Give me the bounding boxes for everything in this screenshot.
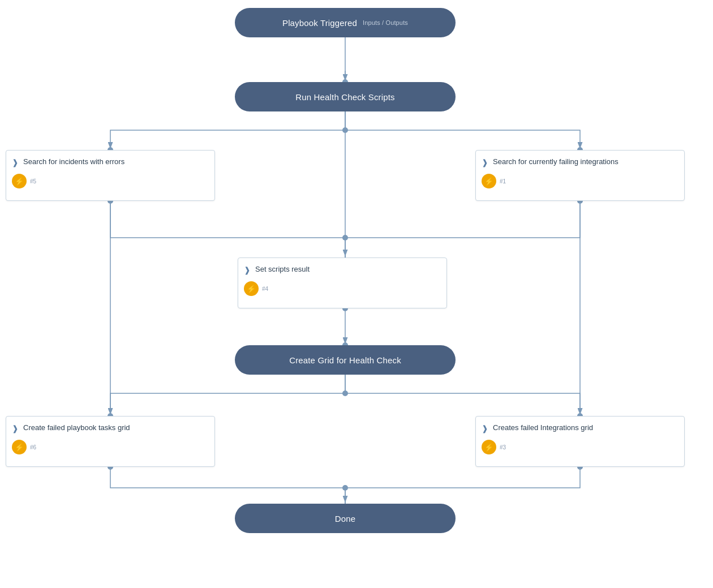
chevron-icon-2: ❱ xyxy=(482,158,488,167)
creates-failed-integrations-footer: ⚡ #3 xyxy=(482,440,676,454)
creates-failed-integrations-title: Creates failed Integrations grid xyxy=(493,423,593,433)
creates-failed-integrations-id: #3 xyxy=(500,444,506,450)
set-scripts-footer: ⚡ #4 xyxy=(244,281,439,296)
svg-point-8 xyxy=(342,390,348,396)
set-scripts-title: Set scripts result xyxy=(255,265,310,274)
lightning-badge: ⚡ xyxy=(12,174,27,188)
chevron-icon-5: ❱ xyxy=(482,424,488,433)
search-incidents-header: ❱ Search for incidents with errors xyxy=(12,157,207,167)
search-integrations-title: Search for currently failing integration… xyxy=(493,157,618,167)
svg-point-9 xyxy=(342,485,348,491)
search-incidents-title: Search for incidents with errors xyxy=(23,157,124,167)
create-failed-playbook-footer: ⚡ #6 xyxy=(12,440,207,454)
svg-point-5 xyxy=(342,235,348,241)
lightning-badge-2: ⚡ xyxy=(482,174,496,188)
create-failed-playbook-node[interactable]: ❱ Create failed playbook tasks grid ⚡ #6 xyxy=(6,416,215,467)
creates-failed-integrations-node[interactable]: ❱ Creates failed Integrations grid ⚡ #3 xyxy=(475,416,685,467)
set-scripts-node[interactable]: ❱ Set scripts result ⚡ #4 xyxy=(238,257,447,308)
lightning-badge-3: ⚡ xyxy=(244,281,259,296)
svg-point-4 xyxy=(342,127,348,133)
chevron-icon-4: ❱ xyxy=(12,424,19,433)
create-grid-label: Create Grid for Health Check xyxy=(289,355,401,365)
lightning-badge-5: ⚡ xyxy=(482,440,496,454)
create-grid-node[interactable]: Create Grid for Health Check xyxy=(235,345,456,375)
run-health-label: Run Health Check Scripts xyxy=(295,92,394,102)
triggered-label: Playbook Triggered xyxy=(282,18,357,28)
set-scripts-header: ❱ Set scripts result xyxy=(244,265,439,274)
search-incidents-node[interactable]: ❱ Search for incidents with errors ⚡ #5 xyxy=(6,150,215,201)
search-integrations-header: ❱ Search for currently failing integrati… xyxy=(482,157,676,167)
create-failed-playbook-header: ❱ Create failed playbook tasks grid xyxy=(12,423,207,433)
done-node[interactable]: Done xyxy=(235,504,456,533)
set-scripts-id: #4 xyxy=(262,286,268,292)
search-incidents-footer: ⚡ #5 xyxy=(12,174,207,188)
inputs-outputs-label: Inputs / Outputs xyxy=(363,19,408,26)
lightning-badge-4: ⚡ xyxy=(12,440,27,454)
search-integrations-id: #1 xyxy=(500,178,506,184)
create-failed-playbook-id: #6 xyxy=(30,444,36,450)
chevron-icon-3: ❱ xyxy=(244,265,251,274)
search-integrations-node[interactable]: ❱ Search for currently failing integrati… xyxy=(475,150,685,201)
creates-failed-integrations-header: ❱ Creates failed Integrations grid xyxy=(482,423,676,433)
search-integrations-footer: ⚡ #1 xyxy=(482,174,676,188)
search-incidents-id: #5 xyxy=(30,178,36,184)
create-failed-playbook-title: Create failed playbook tasks grid xyxy=(23,423,130,433)
chevron-icon: ❱ xyxy=(12,158,19,167)
run-health-node[interactable]: Run Health Check Scripts xyxy=(235,82,456,111)
done-label: Done xyxy=(335,514,355,523)
triggered-node[interactable]: Playbook Triggered Inputs / Outputs xyxy=(235,8,456,37)
flowchart-canvas: Playbook Triggered Inputs / Outputs Run … xyxy=(0,0,713,588)
